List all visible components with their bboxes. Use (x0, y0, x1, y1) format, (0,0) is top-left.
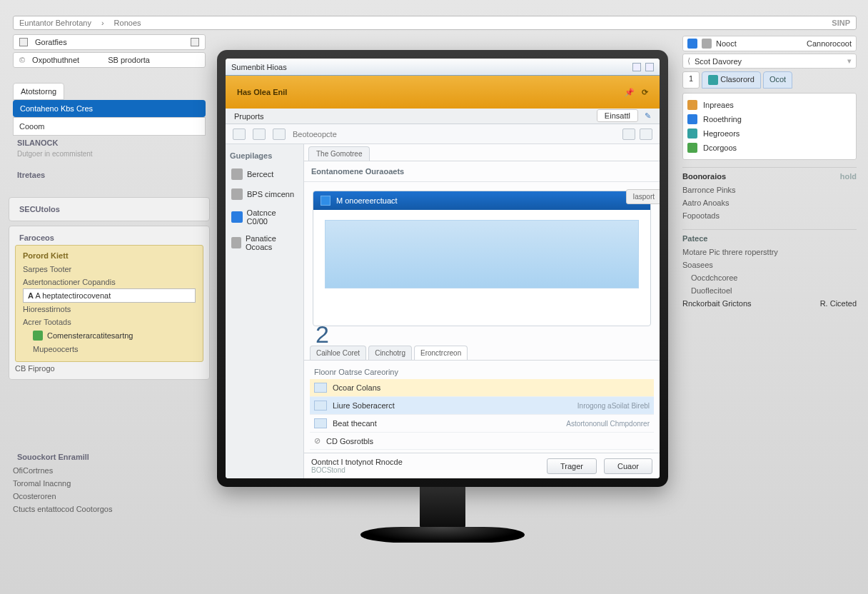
sub-chip[interactable]: Einsattl (597, 109, 638, 122)
rt-row-2[interactable]: Rooethring (687, 112, 852, 126)
doc-title: M onoereerctuact (336, 196, 398, 205)
yc-item-3[interactable]: Hioresstirnots (23, 303, 196, 316)
disc-icon (231, 211, 243, 223)
list-row-3[interactable]: Beat thecant Astortononull Chmpdonrer (310, 415, 654, 433)
rt-list: Inpreaes Rooethring Hegroeors Dcorgoos (682, 93, 857, 160)
nav-item-2[interactable]: BPS cimcenn (230, 184, 299, 204)
rt-s1b[interactable]: Aatro Anoaks (682, 196, 857, 209)
bl-3[interactable]: Ocosteroren (13, 490, 206, 503)
yc-item-4[interactable]: Acrer Tootads (23, 316, 196, 328)
yc-item-1[interactable]: Sarpes Tooter (23, 263, 196, 276)
list-row-4[interactable]: ⊘ CD Gosrotbls (310, 433, 654, 450)
bg-yellow-card: Porord Kiett Sarpes Tooter Astertonactio… (15, 245, 203, 362)
crumb-1[interactable]: Euntantor Behrotany (19, 19, 91, 27)
side-chip[interactable]: Iasport (626, 189, 660, 204)
tool-label: Beotoeopcte (293, 130, 337, 139)
rt-s2d[interactable]: Duoflecitoel (682, 284, 857, 297)
banner: Has Olea Enil 📌 ⟳ (226, 76, 660, 109)
list-tab-2[interactable]: Cinchotrg (368, 346, 412, 360)
gear-icon (231, 168, 243, 180)
rt-s2b[interactable]: Soasees (682, 258, 857, 271)
list-tab-3[interactable]: Eronctrcreon (414, 346, 468, 360)
rt-s2a[interactable]: Motare Pic threre ropersttry (682, 246, 857, 258)
rt-tb1-b: Cannorocoot (807, 39, 852, 48)
maximize-icon[interactable] (645, 63, 654, 71)
rt-row-1[interactable]: Inpreaes (687, 98, 852, 112)
rt-row-3[interactable]: Hegroeors (687, 126, 852, 141)
rt-row-4[interactable]: Dcorgoos (687, 141, 852, 155)
document-card[interactable]: M onoereerctuact AE (313, 191, 651, 326)
panel2-title: Faroceos (15, 231, 203, 245)
bl-2[interactable]: Toromal Inacnng (13, 477, 206, 490)
folder-icon (33, 331, 43, 341)
tb1-label: Goratfies (35, 38, 67, 46)
crumb-2[interactable]: Ronoes (114, 19, 141, 27)
bg-tab[interactable]: Atotstorng (13, 83, 64, 100)
bg-selected-item[interactable]: Contaheno Kbs Cres (13, 100, 206, 117)
doc-preview (325, 220, 639, 288)
rt-sec2: Patece (682, 229, 857, 243)
bg-toolbar-1[interactable]: Goratfies (13, 34, 206, 50)
grid-icon (19, 38, 28, 46)
app-brand: SINP (832, 19, 850, 27)
bg-panel-1: SECUtolos (9, 197, 210, 221)
yc-title: Porord Kiett (23, 251, 196, 263)
bg-panel-2: Faroceos Porord Kiett Sarpes Tooter Aste… (9, 226, 210, 380)
bg-head-2: Itretaes (13, 168, 206, 182)
tool-btn-1[interactable] (233, 129, 246, 140)
nav-item-4[interactable]: Panatice Ocoacs (230, 230, 299, 256)
tab-icon (708, 75, 718, 85)
rt-tab-2[interactable]: Ocot (763, 71, 792, 89)
pin-icon[interactable]: 📌 (625, 88, 635, 97)
tool-btn-r2[interactable] (640, 129, 652, 140)
tool-btn-3[interactable] (273, 129, 286, 140)
sub-left[interactable]: Pruports (234, 112, 264, 121)
rt-s1a[interactable]: Barronce Pinks (682, 183, 857, 196)
center-heading: Eontanomene Ouraoaets (304, 161, 660, 182)
tool-icon (687, 39, 697, 49)
bg-card[interactable]: Cooom (13, 117, 206, 136)
list-area: Floonr Oatrse Careoriny Ocoar Colans Liu… (304, 361, 660, 453)
secondary-button[interactable]: Cuaor (604, 458, 652, 474)
rt-tab-1[interactable]: Clasorord (702, 71, 761, 89)
rt-tb2-a: Scot Davorey (695, 57, 742, 66)
tool-btn-2[interactable] (253, 129, 266, 140)
nav-item-3[interactable]: Oatcnce C0/00 (230, 204, 299, 230)
rt-tb2[interactable]: ⟨ Scot Davorey ▾ (682, 54, 857, 69)
yc-sub-2[interactable]: Mupeoocerts (23, 343, 196, 356)
window-titlebar[interactable]: Sumenbit Hioas (226, 59, 660, 76)
bl-4[interactable]: Ctucts entattocod Cootorgos (13, 503, 206, 515)
bg-toolbar-2[interactable]: © Oxpothuthnet SB prodorta (13, 52, 206, 68)
rt-tb1[interactable]: Nooct Cannorocoot (682, 36, 857, 51)
doc-icon (687, 114, 697, 124)
bg-head-1: SILANOCK (13, 136, 206, 150)
list-row-1[interactable]: Ocoar Colans (310, 379, 654, 397)
panel1-title: SECUtolos (15, 202, 203, 216)
thumb-icon (314, 418, 327, 428)
yc-selected[interactable]: A A heptatectirocovenat (23, 288, 196, 303)
edit-icon[interactable]: ✎ (645, 111, 651, 120)
bl-1[interactable]: OfiCortrnes (13, 464, 206, 477)
panel2-foot[interactable]: CB Fiprogo (15, 362, 203, 375)
dropdown-icon[interactable] (191, 38, 199, 46)
rt-tb1-a: Nooct (716, 39, 737, 48)
primary-button[interactable]: Trager (547, 458, 597, 474)
tool-btn-r1[interactable] (622, 129, 635, 140)
nav-head: Guepilages (230, 150, 299, 164)
yc-sub-1[interactable]: Comensterarcatitesartng (23, 328, 196, 343)
nav-sidebar: Guepilages Bercect BPS cimcenn Oatcnce C… (226, 144, 304, 478)
window-title: Sumenbit Hioas (231, 63, 287, 71)
rt-num: 1 (682, 71, 700, 89)
toolbar: Beotoeopcte (226, 124, 660, 144)
list-row-2[interactable]: Liure Soberacerct Inrogong aSoilat Bireb… (310, 397, 654, 415)
nav-item-1[interactable]: Bercect (230, 164, 299, 184)
minimize-icon[interactable] (632, 63, 641, 71)
center-tab-1[interactable]: The Gomotree (308, 146, 370, 161)
tb2-b: SB prodorta (108, 56, 150, 64)
page-number: 2 (316, 321, 329, 348)
rt-s2e[interactable]: Rnckorbait Grictons R. Ciceted (682, 297, 857, 310)
rt-s2c[interactable]: Oocdchcoree (682, 271, 857, 284)
rt-s1c[interactable]: Fopootads (682, 209, 857, 222)
refresh-icon[interactable]: ⟳ (642, 88, 648, 97)
yc-item-2[interactable]: Astertonactioner Copandis (23, 276, 196, 288)
